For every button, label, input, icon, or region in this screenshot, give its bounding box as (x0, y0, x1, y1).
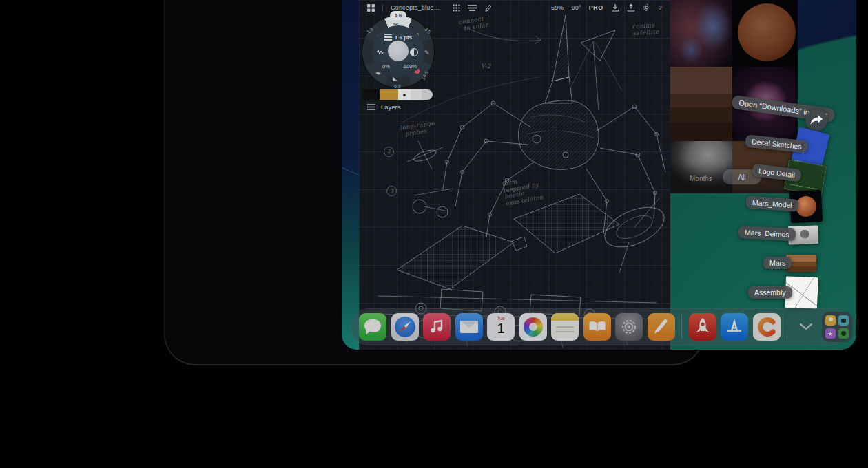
canvas-rotation[interactable]: 90° (572, 4, 581, 11)
pen-tool-icon[interactable] (484, 3, 493, 12)
dock-app-pages-icon[interactable] (648, 313, 675, 341)
opacity-contrast-icon[interactable] (410, 48, 418, 56)
dock-collapse-chevron[interactable] (794, 313, 818, 341)
stroke-size-value: 1.6 pts (395, 34, 412, 41)
concepts-c-glyph (756, 317, 777, 337)
calendar-weekday: Tue (487, 316, 515, 321)
toolbar-divider (382, 4, 383, 12)
ring-tool-size-4: 6.9 (394, 84, 401, 89)
forward-arrow-icon (809, 114, 823, 125)
dock-app-settings-icon[interactable] (615, 313, 643, 341)
workspace-grid-icon[interactable] (367, 4, 375, 12)
pen-glyph (655, 319, 668, 332)
open-book-glyph (588, 321, 606, 333)
annotation-comms-satellite: comms satellite (632, 22, 659, 37)
help-icon[interactable]: ? (659, 4, 662, 11)
dock-app-safari-icon[interactable] (391, 313, 419, 341)
import-icon[interactable] (611, 3, 619, 12)
swatch-gray[interactable] (411, 89, 422, 100)
zoom-level[interactable]: 59% (551, 4, 564, 11)
chevron-down-icon (800, 323, 812, 330)
notes-line (556, 331, 574, 332)
ipad-device-frame: connect to solar comms satellite V-2 lon… (164, 0, 704, 365)
dock-app-notes-icon[interactable] (551, 313, 579, 341)
brush-tool-wheel[interactable]: 1.3 3.5 14.5 6.9 ~ ✎ ✎ ✐ ▰ ◣ 1.6 1.6 pts (362, 16, 434, 87)
speech-bubble-glyph (364, 319, 381, 332)
dock-app-library-icon[interactable]: ★ (822, 312, 852, 342)
dock-app-messages-icon[interactable] (359, 313, 386, 341)
appstore-a-glyph (725, 318, 743, 336)
notes-line (556, 326, 574, 328)
drag-label-mars[interactable]: Mars (763, 257, 792, 269)
dock-app-photos-icon[interactable] (519, 313, 547, 341)
dock-divider (787, 315, 787, 339)
annotation-version: V-2 (481, 63, 491, 70)
hamburger-icon (367, 104, 375, 110)
music-note-glyph (429, 319, 444, 334)
notes-header-band (551, 313, 579, 321)
swatch-mid-gray[interactable] (422, 89, 433, 100)
swatch-black[interactable] (362, 89, 380, 100)
drag-label-assembly[interactable]: Assembly (748, 286, 792, 299)
dock-app-calendar-icon[interactable]: Tue 1 (487, 313, 515, 341)
dot-grid-icon[interactable] (453, 4, 460, 12)
library-mini-clock-icon (838, 328, 849, 339)
stroke-size-row: 1.6 pts (372, 34, 424, 41)
concepts-app-window[interactable]: connect to solar comms satellite V-2 lon… (359, 0, 670, 350)
document-title[interactable]: Concepts_blue... (391, 4, 440, 11)
layers-label: Layers (381, 103, 401, 111)
dock-app-concepts-icon[interactable] (753, 313, 781, 341)
library-mini-bulb-icon (825, 315, 836, 326)
layers-list-icon[interactable] (468, 4, 477, 12)
wallpaper-left-edge (342, 0, 359, 350)
library-mini-star-icon: ★ (825, 328, 836, 339)
concepts-toolbar-right: 59% 90° PRO ? (551, 0, 662, 15)
annotation-number-3: 3 (386, 186, 397, 196)
library-mini-camera-icon (838, 315, 849, 326)
tab-months[interactable]: Months (690, 175, 712, 182)
active-tool-size-pill[interactable]: 1.6 (390, 11, 406, 20)
color-palette-bar[interactable] (362, 89, 433, 100)
swatch-gold[interactable] (380, 89, 398, 100)
line-weight-icon (384, 34, 392, 41)
annotation-number-2: 2 (384, 147, 394, 157)
pro-badge[interactable]: PRO (589, 4, 603, 11)
layers-panel-header[interactable]: Layers (367, 103, 401, 111)
dock-app-rocket-icon[interactable] (689, 313, 716, 341)
tool-settings-disc[interactable]: 1.6 pts 0% 100% (372, 25, 424, 78)
opacity-max-label: 100% (404, 63, 417, 70)
calendar-day: 1 (487, 321, 515, 337)
envelope-glyph (460, 321, 478, 333)
drag-forward-badge (805, 109, 827, 131)
ipad-screen: connect to solar comms satellite V-2 lon… (342, 0, 856, 350)
export-share-icon[interactable] (627, 3, 635, 12)
swatch-light-gray[interactable] (398, 89, 411, 100)
dock-divider (681, 315, 682, 339)
color-preview-knob[interactable] (388, 41, 409, 61)
concepts-toolbar-left: Concepts_blue... (367, 0, 493, 15)
compass-glyph (395, 317, 415, 337)
dock-app-mail-icon[interactable] (455, 313, 483, 341)
rocket-glyph (694, 318, 711, 336)
dock: Tue 1 (350, 308, 849, 345)
dock-app-books-icon[interactable] (583, 313, 611, 341)
gear-glyph (619, 317, 639, 337)
opacity-min-label: 0% (382, 63, 390, 70)
settings-gear-icon[interactable] (643, 3, 651, 12)
dock-app-music-icon[interactable] (423, 313, 451, 341)
dock-app-appstore-icon[interactable] (721, 313, 748, 341)
smoothing-waveform-icon[interactable] (377, 49, 386, 56)
photos-flower-glyph (524, 317, 543, 337)
selected-swatch-dot (403, 94, 406, 96)
